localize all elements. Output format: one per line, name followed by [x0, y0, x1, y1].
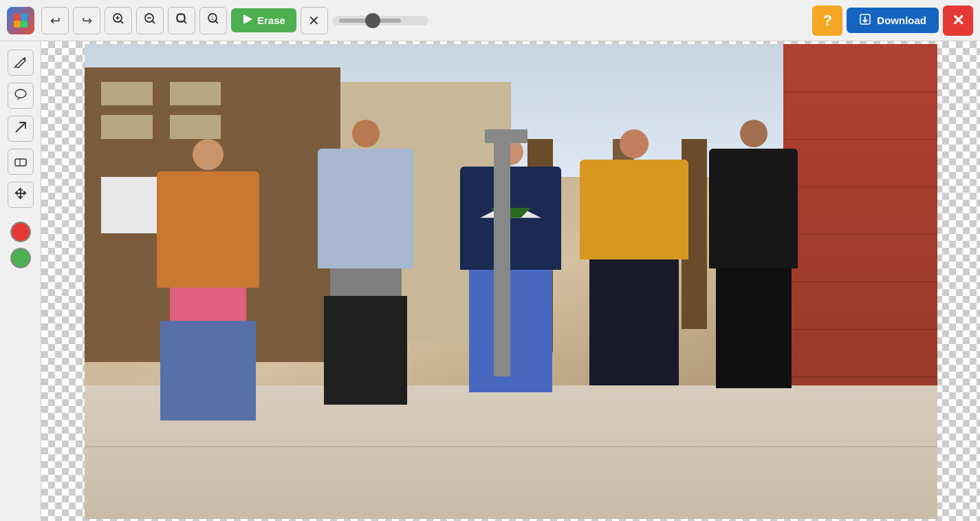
svg-line-7: [121, 21, 124, 24]
top-toolbar: ↩ ↪: [0, 0, 980, 41]
download-label: Download: [877, 14, 926, 26]
brush-size-slider-container: [332, 16, 428, 25]
eraser-tool-button[interactable]: [8, 149, 34, 175]
svg-point-11: [177, 14, 185, 22]
zoom-out-button[interactable]: [136, 7, 164, 34]
canvas-image[interactable]: OFFEE: [85, 44, 937, 519]
green-color-swatch[interactable]: [10, 248, 31, 268]
zoom-fit-button[interactable]: [168, 7, 195, 34]
zoom-fit-icon: [175, 12, 188, 28]
arrow-icon: [14, 120, 28, 138]
redo-icon: ↪: [82, 13, 92, 28]
arrow-tool-button[interactable]: [8, 116, 34, 142]
redo-button[interactable]: ↪: [73, 7, 100, 34]
erase-label: Erase: [257, 14, 285, 26]
bubble-icon: [14, 87, 28, 105]
bubble-tool-button[interactable]: [8, 83, 34, 109]
svg-rect-0: [14, 14, 21, 21]
zoom-actual-icon: 1:1: [207, 12, 219, 28]
undo-button[interactable]: ↩: [41, 7, 69, 34]
undo-icon: ↩: [50, 13, 61, 28]
eraser-icon: [14, 153, 28, 171]
zoom-out-icon: [144, 12, 156, 28]
svg-marker-17: [243, 14, 252, 24]
close-button[interactable]: ✕: [943, 6, 973, 36]
close-icon: ✕: [952, 12, 964, 30]
svg-text:1:1: 1:1: [211, 16, 218, 21]
move-icon: [14, 187, 28, 204]
brush-size-track: [339, 19, 401, 23]
svg-rect-23: [15, 159, 26, 166]
svg-rect-3: [21, 21, 28, 28]
zoom-actual-button[interactable]: 1:1: [199, 7, 227, 34]
app-icon: [7, 7, 34, 34]
download-button[interactable]: Download: [847, 8, 939, 33]
help-button[interactable]: ?: [812, 6, 842, 36]
canvas-area: OFFEE: [41, 41, 980, 521]
zoom-in-button[interactable]: [105, 7, 132, 34]
svg-line-20: [14, 66, 16, 68]
svg-line-22: [16, 123, 25, 132]
erase-button[interactable]: Erase: [231, 8, 296, 32]
svg-point-21: [15, 89, 26, 98]
brush-size-thumb[interactable]: [365, 13, 380, 28]
download-icon: [859, 13, 871, 28]
cancel-button[interactable]: ✕: [301, 7, 328, 34]
help-label: ?: [823, 12, 832, 30]
svg-rect-1: [21, 14, 28, 21]
draw-icon: [14, 54, 28, 72]
red-color-swatch[interactable]: [10, 222, 31, 242]
svg-rect-13: [177, 14, 184, 21]
zoom-in-icon: [112, 12, 124, 28]
svg-line-16: [216, 21, 219, 24]
svg-rect-2: [14, 21, 21, 28]
svg-line-10: [153, 21, 155, 24]
play-icon: [242, 14, 253, 27]
move-tool-button[interactable]: [8, 182, 34, 208]
draw-tool-button[interactable]: [8, 50, 34, 76]
cancel-icon: ✕: [308, 12, 320, 29]
side-toolbar: [0, 41, 41, 521]
